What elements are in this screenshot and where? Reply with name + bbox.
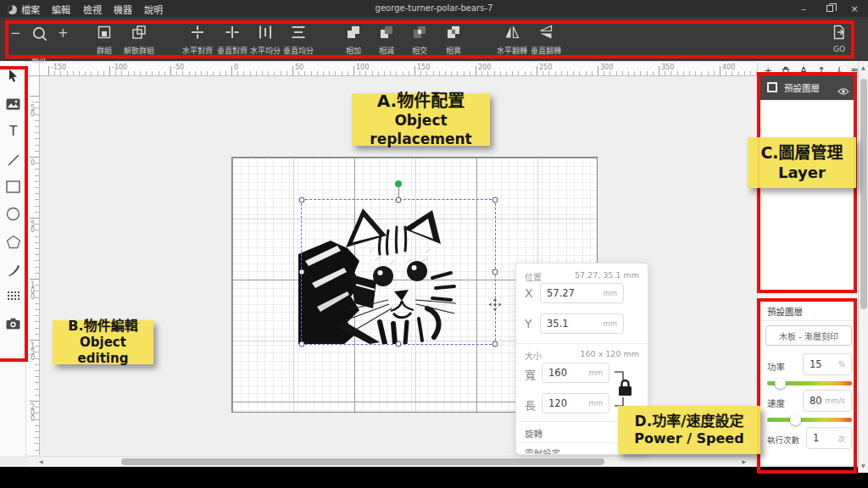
selection-handle-nw[interactable] (299, 197, 305, 203)
layer-visibility-eye-icon[interactable] (837, 83, 849, 99)
horizontal-scroll-thumb[interactable] (121, 458, 604, 465)
annotation-c: C.圖層管理 Layer (748, 137, 856, 188)
annotation-a-line1: A.物件配置 (377, 91, 465, 112)
selection-box[interactable] (301, 199, 496, 345)
main-toolbar: − + 縮放 群組 解散群組 水平對齊 垂直對齊 水平均分 垂直均分 (0, 17, 868, 61)
scroll-right-icon[interactable]: ▶ (742, 459, 746, 464)
v-ruler-label: 100 (29, 281, 36, 299)
h-ruler-tick (353, 66, 354, 75)
distribute-vertical-button[interactable]: 垂直均分 (283, 24, 314, 56)
camera-tool-icon[interactable] (5, 315, 21, 331)
v-ruler-label: 50 (29, 220, 36, 232)
layer-color-checkbox[interactable] (767, 82, 777, 92)
repeats-input[interactable]: 1 次 (806, 427, 852, 449)
laser-settings-label[interactable]: 雷射設定 (525, 446, 560, 455)
y-axis-label: Y (525, 317, 532, 330)
power-slider-knob[interactable] (775, 378, 786, 389)
repeats-label: 執行次數 (767, 434, 799, 446)
restore-button[interactable] (818, 0, 842, 17)
dot-grid-tool-icon[interactable] (5, 288, 21, 304)
ellipse-tool-icon[interactable] (5, 206, 21, 222)
power-input[interactable]: 15 % (803, 353, 852, 375)
rectangle-tool-icon[interactable] (5, 179, 21, 195)
v-ruler-label: 0 (29, 159, 36, 165)
selection-handle-e[interactable] (492, 269, 498, 275)
zoom-out-button[interactable]: − (10, 27, 21, 40)
zoom-in-button[interactable]: + (58, 27, 69, 40)
boolean-union-button[interactable]: 相加 (345, 24, 362, 56)
scroll-left-icon[interactable]: ◀ (39, 459, 43, 464)
h-ruler-label: 100 (356, 64, 369, 71)
image-tool-icon[interactable] (5, 96, 21, 112)
v-ruler-tick (30, 279, 39, 280)
pen-tool-icon[interactable] (5, 262, 21, 278)
annotation-c-line2: Layer (778, 164, 826, 183)
h-ruler-tick (720, 66, 721, 75)
line-tool-icon[interactable] (5, 152, 21, 168)
close-button[interactable]: × (843, 0, 866, 17)
height-unit: mm (588, 399, 603, 408)
zoom-tool-icon[interactable] (31, 25, 49, 47)
speed-input[interactable]: 80 mm/s (803, 390, 852, 412)
layer-row[interactable]: 預設圖層 (760, 75, 856, 100)
width-input[interactable]: 160 mm (542, 363, 609, 383)
h-ruler-tick (170, 66, 171, 75)
h-ruler-label: 150 (417, 64, 430, 71)
flip-vertical-button[interactable]: 垂直翻轉 (531, 24, 561, 56)
settings-header: 預設圖層 (767, 305, 803, 318)
boolean-intersect-button[interactable]: 相交 (411, 24, 428, 56)
boolean-difference-button[interactable]: 相異 (445, 24, 462, 56)
selection-handle-s[interactable] (396, 341, 402, 347)
width-value: 160 (548, 367, 567, 379)
speed-label: 速度 (767, 396, 785, 409)
selection-handle-sw[interactable] (299, 341, 305, 347)
selection-handle-w[interactable] (299, 269, 305, 275)
power-slider[interactable] (767, 381, 852, 385)
rotation-handle[interactable] (395, 180, 402, 187)
polygon-tool-icon[interactable] (5, 234, 21, 250)
y-position-input[interactable]: 35.1 mm (540, 313, 624, 334)
size-summary: 160 x 120 mm (581, 349, 639, 358)
move-anchor-icon[interactable] (489, 298, 502, 314)
speed-slider[interactable] (767, 418, 852, 422)
vertical-scrollbar[interactable]: ▲ ▼ (858, 61, 868, 473)
layer-settings-panel: 預設圖層 木板 - 漸層刻印 功率 15 % 速度 80 mm/s 執行次數 (760, 298, 857, 466)
align-horizontal-button[interactable]: 水平對齊 (182, 24, 213, 56)
minimize-button[interactable]: – (792, 0, 815, 17)
x-position-input[interactable]: 57.27 mm (540, 283, 624, 303)
group-button[interactable]: 群組 (96, 24, 113, 56)
position-summary: 57.27, 35.1 mm (575, 270, 639, 280)
ungroup-button[interactable]: 解散群組 (124, 24, 154, 56)
size-section-label: 大小 (525, 349, 542, 362)
h-ruler-tick (415, 66, 415, 75)
boolean-subtract-button[interactable]: 相減 (378, 24, 395, 56)
cursor-tool-icon[interactable] (5, 68, 21, 84)
speed-slider-knob[interactable] (790, 414, 801, 425)
preset-select[interactable]: 木板 - 漸層刻印 (765, 325, 852, 346)
selection-handle-se[interactable] (492, 341, 498, 347)
scroll-down-icon[interactable]: ▼ (861, 463, 865, 469)
horizontal-scrollbar[interactable]: ◀ ▶ (26, 456, 751, 466)
h-ruler-tick (598, 66, 598, 75)
align-vertical-button[interactable]: 垂直對齊 (217, 24, 248, 56)
selection-handle-ne[interactable] (492, 197, 498, 203)
height-input[interactable]: 120 mm (542, 393, 609, 413)
vertical-scroll-thumb[interactable] (860, 79, 867, 309)
x-position-value: 57.27 (547, 287, 575, 299)
divider (760, 320, 856, 321)
h-ruler-tick (48, 66, 49, 75)
go-button[interactable]: GO (831, 24, 848, 53)
group-label: 群組 (97, 45, 112, 56)
scroll-up-icon[interactable]: ▲ (861, 65, 865, 70)
distribute-vertical-label: 垂直均分 (283, 45, 314, 56)
annotation-c-line1: C.圖層管理 (760, 143, 843, 164)
repeats-value: 1 (813, 432, 819, 444)
panel-divider (516, 343, 648, 344)
flip-horizontal-button[interactable]: 水平翻轉 (497, 24, 527, 56)
boolean-intersect-label: 相交 (412, 45, 427, 56)
selection-handle-n[interactable] (396, 197, 402, 203)
annotation-d-line1: D.功率/速度設定 (635, 413, 744, 430)
text-tool-icon[interactable]: T (5, 123, 21, 139)
distribute-horizontal-button[interactable]: 水平均分 (250, 24, 281, 56)
rotate-section-label[interactable]: 旋轉 (525, 427, 542, 440)
